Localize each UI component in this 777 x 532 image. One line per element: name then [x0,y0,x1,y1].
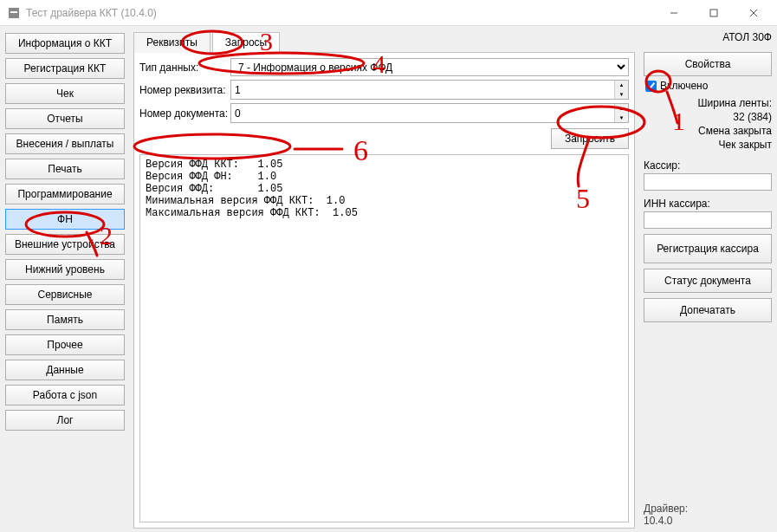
nav-button-13[interactable]: Данные [5,360,125,380]
doc-number-stepper[interactable]: ▲ ▼ [230,103,629,123]
close-button[interactable] [734,0,774,26]
nav-button-7[interactable]: ФН [5,209,125,230]
tab-bar: РеквизитыЗапросы [133,31,635,53]
nav-button-9[interactable]: Нижний уровень [5,259,125,280]
titlebar: Тест драйвера ККТ (10.4.0) [0,0,777,26]
output-area[interactable]: Версия ФФД ККТ: 1.05 Версия ФФД ФН: 1.0 … [139,154,629,522]
nav-button-0[interactable]: Информация о ККТ [5,33,125,54]
cashier-input[interactable] [644,173,772,191]
doc-number-input[interactable] [231,104,614,122]
shift-status: Смена закрыта [644,125,772,137]
tape-width-value: 32 (384) [644,111,772,123]
req-number-label: Номер реквизита: [139,84,230,96]
nav-button-15[interactable]: Лог [5,410,125,431]
nav-button-6[interactable]: Программирование [5,184,125,204]
print-more-button[interactable]: Допечатать [644,298,772,322]
enabled-label[interactable]: Включено [660,80,708,92]
stepper-down-icon[interactable]: ▼ [615,114,628,123]
cashier-inn-input[interactable] [644,211,772,229]
nav-button-4[interactable]: Внесения / выплаты [5,133,125,154]
nav-button-10[interactable]: Сервисные [5,284,125,305]
register-cashier-button[interactable]: Регистрация кассира [644,234,772,263]
nav-button-12[interactable]: Прочее [5,334,125,355]
doc-number-label: Номер документа: [139,107,230,120]
driver-label: Драйвер: [644,503,772,515]
nav-button-8[interactable]: Внешние устройства [5,234,125,255]
tab-panel-queries: Тип данных: 7 - Информация о версиях ФФД… [133,53,635,529]
nav-button-3[interactable]: Отчеты [5,108,125,129]
maximize-button[interactable] [694,0,734,26]
window-title: Тест драйвера ККТ (10.4.0) [26,7,654,19]
request-button[interactable]: Запросить [551,128,629,149]
enabled-checkbox[interactable] [645,81,657,92]
tab-1[interactable]: Запросы [212,32,280,53]
properties-button[interactable]: Свойства [644,52,772,76]
data-type-select[interactable]: 7 - Информация о версиях ФФД [230,58,629,76]
cashier-inn-label: ИНН кассира: [644,198,772,210]
tape-width-label: Ширина ленты: [644,97,772,109]
stepper-up-icon[interactable]: ▲ [615,104,628,114]
stepper-down-icon[interactable]: ▼ [615,90,628,100]
svg-rect-3 [710,10,717,16]
app-icon [7,6,21,20]
req-number-stepper[interactable]: ▲ ▼ [230,80,629,100]
nav-button-1[interactable]: Регистрация ККТ [5,58,125,79]
nav-button-14[interactable]: Работа с json [5,385,125,405]
tab-0[interactable]: Реквизиты [133,32,210,53]
nav-button-11[interactable]: Память [5,309,125,330]
device-name: АТОЛ 30Ф [644,31,772,43]
left-nav: Информация о ККТРегистрация ККТЧекОтчеты… [0,26,130,532]
nav-button-5[interactable]: Печать [5,159,125,179]
nav-button-2[interactable]: Чек [5,83,125,104]
cashier-label: Кассир: [644,159,772,172]
data-type-label: Тип данных: [139,62,230,74]
minimize-button[interactable] [654,0,694,26]
right-panel: АТОЛ 30Ф Свойства Включено Ширина ленты:… [638,26,777,532]
req-number-input[interactable] [231,81,614,99]
stepper-up-icon[interactable]: ▲ [615,81,628,90]
driver-version: 10.4.0 [644,515,772,527]
doc-status-button[interactable]: Статус документа [644,269,772,293]
check-status: Чек закрыт [644,139,772,151]
svg-rect-1 [10,11,17,13]
